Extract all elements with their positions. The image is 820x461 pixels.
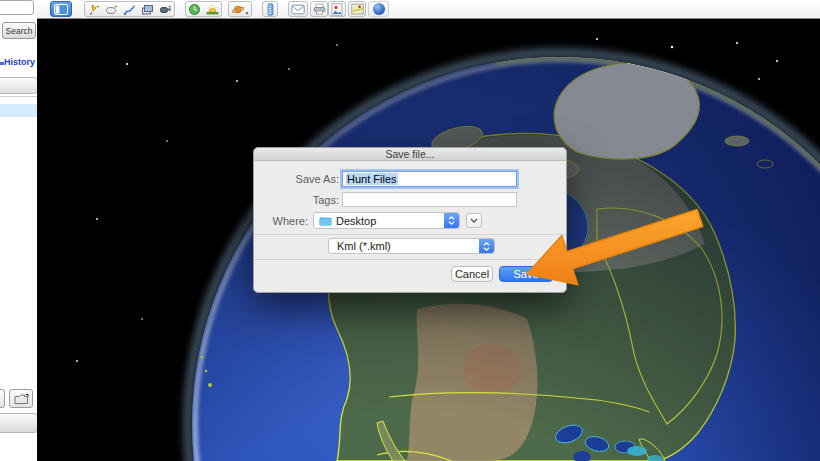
cancel-button[interactable]: Cancel <box>451 266 493 282</box>
open-folder-button[interactable] <box>9 389 33 408</box>
polygon-icon: + <box>105 3 118 16</box>
save-as-label: Save As: <box>254 173 339 185</box>
add-placemark-button[interactable]: + <box>84 1 103 17</box>
save-button-label: Save <box>513 268 538 280</box>
cancel-button-label: Cancel <box>455 268 489 280</box>
image-overlay-icon <box>141 3 154 16</box>
add-path-button[interactable]: + <box>120 1 139 17</box>
clock-icon <box>188 3 201 16</box>
svg-text:+: + <box>96 3 100 9</box>
chevron-down-icon <box>470 218 478 223</box>
map-icon <box>351 3 364 15</box>
path-icon: + <box>123 3 136 16</box>
ruler-button[interactable] <box>262 1 278 17</box>
where-value: Desktop <box>336 215 444 227</box>
ruler-icon <box>266 3 275 16</box>
selected-list-item[interactable] <box>0 104 37 117</box>
arrow-icon <box>0 394 1 403</box>
placemark-pin-icon: + <box>87 3 100 16</box>
search-button-label: Search <box>6 26 33 36</box>
folder-icon <box>14 393 29 405</box>
toggle-sidebar-button[interactable] <box>50 1 72 17</box>
layers-panel-header[interactable] <box>0 413 37 433</box>
add-polygon-button[interactable]: + <box>102 1 121 17</box>
file-format-value: Kml (*.kml) <box>329 240 479 252</box>
dialog-titlebar: Save file... <box>254 148 566 161</box>
search-input[interactable] <box>0 0 34 15</box>
expand-dialog-button[interactable] <box>466 213 482 228</box>
where-popup-menu[interactable]: Desktop <box>313 212 460 229</box>
svg-text:+: + <box>114 3 118 9</box>
where-label: Where: <box>254 215 308 227</box>
planets-button[interactable] <box>228 1 252 17</box>
tags-input[interactable] <box>342 192 517 207</box>
earth-sphere-button[interactable] <box>368 1 389 17</box>
view-in-google-maps-button[interactable] <box>348 1 366 17</box>
print-button[interactable] <box>310 1 328 17</box>
add-image-overlay-button[interactable] <box>138 1 157 17</box>
google-earth-window: + + + + <box>0 0 820 461</box>
save-file-dialog: Save file... Save As: Hunt Files Tags: W… <box>253 147 567 293</box>
file-format-popup-menu[interactable]: Kml (*.kml) <box>328 238 495 254</box>
separator <box>254 234 566 235</box>
desktop-folder-icon <box>319 216 332 226</box>
tags-label: Tags: <box>254 194 339 206</box>
saturn-icon <box>231 3 249 16</box>
svg-text:+: + <box>132 3 136 9</box>
stepper-arrows-icon <box>444 213 459 228</box>
sidebar-panel-icon <box>54 4 68 15</box>
sunlight-button[interactable] <box>203 1 222 17</box>
save-as-value: Hunt Files <box>346 173 398 185</box>
historical-imagery-button[interactable] <box>185 1 204 17</box>
add-content-button[interactable] <box>0 389 5 408</box>
separator <box>254 259 566 260</box>
blue-globe-icon <box>372 2 386 16</box>
places-panel-header[interactable] <box>0 77 37 94</box>
search-button[interactable]: Search <box>2 22 36 39</box>
save-image-button[interactable] <box>328 1 346 17</box>
sidebar: Search History <box>0 0 37 461</box>
record-tour-button[interactable]: + <box>156 1 175 17</box>
sunrise-icon <box>206 3 219 16</box>
image-file-icon <box>331 3 343 16</box>
history-link[interactable]: History <box>4 57 35 67</box>
envelope-icon <box>291 4 305 15</box>
places-list[interactable] <box>0 96 37 383</box>
save-as-input[interactable]: Hunt Files <box>342 171 517 187</box>
history-link-label: History <box>4 57 35 67</box>
email-button[interactable] <box>288 1 308 17</box>
printer-icon <box>313 3 326 15</box>
svg-text:+: + <box>168 3 172 9</box>
dialog-title: Save file... <box>385 148 434 160</box>
save-button[interactable]: Save <box>499 266 553 282</box>
stepper-arrows-icon <box>479 239 494 253</box>
main-toolbar: + + + + <box>37 0 820 19</box>
video-camera-icon: + <box>159 3 172 16</box>
